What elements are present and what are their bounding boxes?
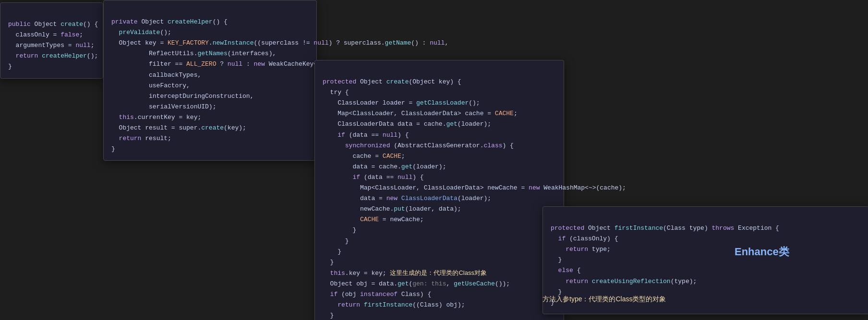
code-line: Object obj = data.get(gen: this, getUseC… — [323, 280, 510, 287]
code-line: } — [323, 226, 356, 234]
code-line: if (data == null) { — [323, 174, 424, 181]
annotation-type-param: 方法入参type：代理类的Class类型的对象 — [542, 295, 666, 304]
code-line: } — [8, 63, 12, 70]
code-line: Map<ClassLoader, ClassLoaderData> newCac… — [323, 184, 626, 191]
code-line: return firstInstance((Class) obj); — [323, 301, 465, 308]
code-line: } — [323, 312, 334, 319]
code-line: return type; — [551, 246, 611, 253]
code-line: cache = CACHE; — [323, 153, 405, 160]
code-line: } — [551, 288, 562, 296]
code-line: try { — [323, 89, 349, 96]
code-line: this.currentKey = key; — [111, 114, 201, 121]
code-line: serialVersionUID); — [111, 103, 216, 110]
code-line: } — [323, 259, 334, 266]
code-line: data = cache.get(loader); — [323, 163, 446, 170]
code-line: interceptDuringConstruction, — [111, 93, 253, 100]
code-line: public Object create() { — [8, 21, 98, 28]
code-line: } — [323, 237, 349, 245]
code-line: return createHelper(); — [8, 52, 98, 59]
code-line: ReflectUtils.getNames(interfaces), — [111, 50, 276, 57]
code-line: newCache.put(loader, data); — [323, 205, 461, 213]
panel-create-helper: private Object createHelper() { preValid… — [103, 0, 317, 161]
code-line: callbackTypes, — [111, 71, 201, 79]
code-line: } — [323, 248, 341, 255]
code-line: } — [551, 256, 562, 263]
code-line: CACHE = newCache; — [323, 216, 424, 223]
code-line: protected Object create(Object key) { — [323, 78, 461, 85]
code-line: if (classOnly) { — [551, 235, 618, 242]
code-line: synchronized (AbstractClassGenerator.cla… — [323, 142, 514, 149]
code-line: argumentTypes = null; — [8, 42, 94, 49]
code-line: Object result = super.create(key); — [111, 124, 246, 131]
code-line: return result; — [111, 135, 171, 142]
code-line: Map<ClassLoader, ClassLoaderData> cache … — [323, 110, 518, 117]
code-line: ClassLoader loader = getClassLoader(); — [323, 99, 480, 107]
enhance-label: Enhance类 — [735, 245, 789, 259]
code-line: } — [111, 145, 115, 153]
code-line: if (data == null) { — [323, 131, 409, 139]
code-line: return createUsingReflection(type); — [551, 278, 697, 285]
code-line: Object key = KEY_FACTORY.newInstance((su… — [111, 39, 448, 47]
code-line: if (obj instanceof Class) { — [323, 291, 431, 298]
panel-create: public Object create() { classOnly = fal… — [0, 2, 103, 79]
panel-protected-create: protected Object create(Object key) { tr… — [314, 60, 564, 320]
code-line: useFactory, — [111, 82, 190, 89]
code-line: private Object createHelper() { — [111, 18, 228, 25]
code-line: this.key = key; 这里生成的是：代理类的Class对象 — [323, 270, 487, 277]
code-line: protected Object firstInstance(Class typ… — [551, 225, 779, 232]
code-line: else { — [551, 267, 580, 274]
code-line: preValidate(); — [111, 29, 171, 36]
code-line: classOnly = false; — [8, 31, 83, 38]
code-line: ClassLoaderData data = cache.get(loader)… — [323, 120, 491, 128]
code-line: data = new ClassLoaderData(loader); — [323, 195, 491, 202]
